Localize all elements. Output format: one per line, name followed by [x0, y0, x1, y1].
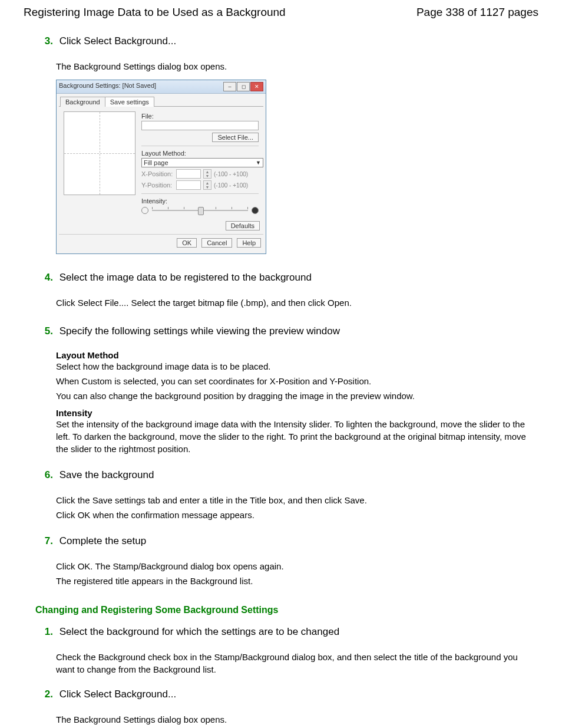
step-heading: Click Select Background...: [59, 689, 176, 700]
step-text: The Background Settings dialog box opens…: [56, 713, 538, 726]
page-title: Registering Image Data to be Used as a B…: [24, 6, 286, 19]
spinner-icon[interactable]: ▲▼: [203, 180, 211, 190]
step-heading: Select the image data to be registered t…: [59, 272, 312, 283]
step-text: Check the Background check box in the St…: [56, 651, 538, 676]
step-text: When Custom is selected, you can set coo…: [56, 375, 538, 387]
step-text: Click the Save settings tab and enter a …: [56, 494, 538, 506]
step-num: 1.: [40, 626, 53, 638]
range-text: (-100 - +100): [214, 171, 248, 177]
step-heading: Click Select Background...: [59, 35, 176, 47]
step-heading: Save the background: [59, 469, 154, 480]
y-position-input[interactable]: [176, 180, 201, 190]
minimize-icon[interactable]: –: [223, 82, 236, 91]
ok-button[interactable]: OK: [177, 238, 197, 248]
cancel-button[interactable]: Cancel: [201, 238, 232, 248]
dialog-title: Background Settings: [Not Saved]: [59, 82, 156, 91]
step-heading: Specify the following settings while vie…: [59, 325, 340, 337]
step-num: 5.: [40, 325, 53, 337]
page-number: Page 338 of 1127 pages: [416, 6, 538, 19]
background-settings-dialog: Background Settings: [Not Saved] – ◻ ✕ B…: [56, 80, 266, 254]
step-num: 6.: [40, 469, 53, 481]
close-icon[interactable]: ✕: [250, 82, 263, 91]
x-position-label: X-Position:: [141, 170, 174, 177]
sub-heading: Intensity: [56, 408, 538, 418]
slider-thumb[interactable]: [198, 207, 204, 215]
chevron-down-icon: ▼: [256, 160, 261, 166]
step-heading: Select the background for which the sett…: [59, 626, 339, 637]
tab-save-settings[interactable]: Save settings: [105, 97, 154, 107]
step-num: 3.: [40, 35, 53, 47]
layout-method-label: Layout Method:: [141, 150, 259, 157]
light-icon: [141, 207, 148, 214]
select-file-button[interactable]: Select File...: [212, 133, 259, 142]
section-heading: Changing and Registering Some Background…: [35, 605, 538, 615]
step-heading: Complete the setup: [59, 535, 146, 546]
step-num: 2.: [40, 689, 53, 700]
intensity-slider[interactable]: [141, 207, 259, 214]
step-text: Click OK. The Stamp/Background dialog bo…: [56, 560, 538, 572]
intensity-label: Intensity:: [141, 197, 259, 205]
step-num: 7.: [40, 535, 53, 547]
step-text: The Background Settings dialog box opens…: [56, 60, 538, 73]
sub-heading: Layout Method: [56, 350, 538, 360]
spinner-icon[interactable]: ▲▼: [203, 169, 211, 179]
file-label: File:: [141, 113, 259, 120]
step-num: 4.: [40, 272, 53, 284]
step-text: Select how the background image data is …: [56, 360, 538, 373]
dark-icon: [252, 207, 259, 214]
help-button[interactable]: Help: [237, 238, 261, 248]
maximize-icon[interactable]: ◻: [237, 82, 250, 91]
range-text: (-100 - +100): [214, 182, 248, 189]
step-text: You can also change the background posit…: [56, 390, 538, 402]
tab-background[interactable]: Background: [60, 97, 105, 107]
step-text: Set the intensity of the background imag…: [56, 418, 538, 455]
file-input[interactable]: [141, 121, 259, 130]
step-text: Click Select File.... Select the target …: [56, 297, 538, 309]
layout-method-select[interactable]: Fill page▼: [141, 158, 263, 167]
y-position-label: Y-Position:: [141, 182, 174, 189]
defaults-button[interactable]: Defaults: [226, 221, 260, 230]
preview-area[interactable]: [64, 111, 135, 195]
step-text: The registered title appears in the Back…: [56, 575, 538, 587]
step-text: Click OK when the confirmation message a…: [56, 509, 538, 521]
x-position-input[interactable]: [176, 169, 201, 179]
